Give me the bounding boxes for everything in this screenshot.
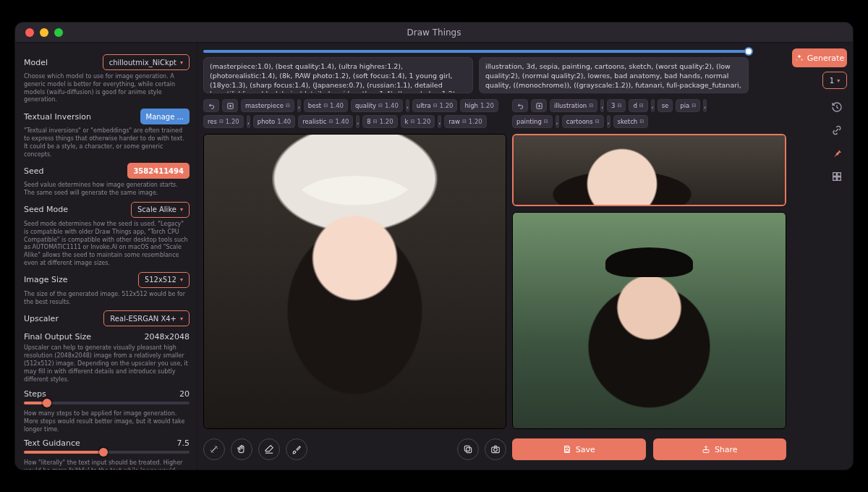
thumbnail-image	[514, 135, 785, 205]
remove-chip-icon[interactable]: ⊟	[589, 103, 593, 109]
upscaler-value: Real-ESRGAN X4+	[110, 315, 176, 323]
remove-chip-icon[interactable]: ⊟	[639, 103, 644, 109]
prompt-chip[interactable]: realistic⊟1.40	[298, 115, 353, 128]
canvas-image[interactable]	[203, 134, 506, 429]
prompt-chip[interactable]: photo1.40	[253, 115, 295, 128]
prompt-chip[interactable]: painting⊟	[512, 115, 553, 128]
remove-chip-icon[interactable]: ⊟	[329, 119, 333, 124]
undo-chip-button[interactable]	[512, 99, 528, 112]
prompt-chip[interactable]: se	[658, 99, 673, 112]
prompt-chip[interactable]: k⊟1.20	[401, 115, 435, 128]
seed-mode-value: Scale Alike	[137, 205, 176, 213]
textual-inversion-label: Textual Inversion	[24, 112, 91, 122]
link-tool-icon[interactable]	[829, 122, 845, 138]
remove-chip-icon[interactable]: ⊟	[595, 119, 600, 124]
remove-chip-icon[interactable]: ⊟	[544, 119, 548, 124]
wand-tool-button[interactable]	[203, 438, 225, 460]
svg-rect-13	[833, 177, 837, 181]
negative-token-chips: illustration⊟,3⊟d⊟,sepia⊟,painting⊟,cart…	[512, 99, 815, 128]
steps-label: Steps	[24, 389, 46, 399]
history-thumbnail-selected[interactable]	[512, 134, 786, 206]
reference-image[interactable]	[512, 212, 786, 429]
model-help: Choose which model to use for image gene…	[24, 73, 190, 104]
generate-button[interactable]: Generate	[792, 48, 847, 67]
batch-count-select[interactable]: 1 ▾	[822, 72, 847, 89]
remove-chip-icon[interactable]: ⊟	[692, 103, 696, 109]
svg-point-8	[494, 448, 498, 451]
prompt-chip[interactable]: high1.20	[460, 99, 498, 112]
svg-rect-9	[566, 450, 569, 452]
text-guidance-slider[interactable]	[24, 451, 190, 454]
manage-textual-inversion-button[interactable]: Manage ...	[140, 109, 190, 124]
prompt-chip[interactable]: best⊟1.40	[304, 99, 348, 112]
image-size-select[interactable]: 512x512 ▾	[138, 272, 190, 288]
prompt-chip[interactable]: sketch⊟	[613, 115, 649, 128]
remove-chip-icon[interactable]: ⊟	[323, 103, 328, 109]
prompt-chip[interactable]: res⊟1.20	[203, 115, 244, 128]
share-label: Share	[715, 445, 738, 454]
upscaler-label: Upscaler	[24, 314, 59, 323]
text-guidance-help: How "literally" the text input should be…	[24, 459, 190, 470]
prompt-chip[interactable]: illustration⊟	[550, 99, 597, 112]
app-window: Draw Things Model chilloutmix_NiCkpt ▾ C…	[14, 22, 854, 470]
seed-mode-select[interactable]: Scale Alike ▾	[131, 202, 190, 218]
brush-tool-button[interactable]	[286, 438, 307, 460]
pin-tool-icon[interactable]	[829, 145, 845, 161]
sparkle-icon	[795, 54, 804, 62]
camera-button[interactable]	[485, 438, 506, 460]
share-button[interactable]: Share	[653, 438, 787, 460]
generate-label: Generate	[807, 54, 844, 63]
remove-chip-icon[interactable]: ⊟	[639, 119, 644, 124]
final-output-help: Upscaler can help to generate visually p…	[24, 344, 190, 383]
remove-chip-icon[interactable]: ⊟	[618, 103, 622, 109]
image-size-label: Image Size	[24, 275, 68, 284]
remove-chip-icon[interactable]: ⊟	[378, 103, 383, 109]
prompt-chip[interactable]: 3⊟	[607, 99, 626, 112]
copy-button[interactable]	[457, 438, 479, 460]
steps-slider[interactable]	[24, 402, 190, 404]
remove-chip-icon[interactable]: ⊟	[219, 119, 224, 124]
seed-mode-label: Seed Mode	[24, 205, 68, 214]
prompt-chip[interactable]: 8⊟1.20	[362, 115, 397, 128]
prompt-chip[interactable]: masterpiece⊟	[241, 99, 294, 112]
seed-help: Seed value determines how image generati…	[24, 182, 190, 198]
model-select[interactable]: chilloutmix_NiCkpt ▾	[103, 54, 190, 70]
save-button[interactable]: Save	[512, 438, 646, 460]
chevron-down-icon: ▾	[180, 59, 183, 66]
remove-chip-icon[interactable]: ⊟	[433, 103, 438, 109]
svg-rect-5	[467, 448, 472, 453]
seed-label: Seed	[24, 166, 44, 176]
negative-prompt-input[interactable]: illustration, 3d, sepia, painting, carto…	[479, 57, 749, 93]
remove-chip-icon[interactable]: ⊟	[286, 103, 290, 109]
progress-slider[interactable]	[203, 50, 749, 53]
grid-tool-icon[interactable]	[829, 169, 845, 184]
chip-separator: ,	[438, 115, 441, 128]
seed-input[interactable]: 3582411494	[127, 163, 190, 179]
svg-rect-11	[833, 173, 837, 177]
prompt-chip[interactable]: ultra⊟1.20	[412, 99, 458, 112]
positive-prompt-input[interactable]: (masterpiece:1.0), (best quality:1.4), (…	[203, 57, 473, 93]
undo-chip-button[interactable]	[203, 99, 219, 112]
prompt-chip[interactable]: pia⊟	[676, 99, 700, 112]
insert-chip-button[interactable]	[531, 99, 547, 112]
prompt-chip[interactable]: cartoons⊟	[562, 115, 604, 128]
chevron-down-icon: ▾	[180, 206, 183, 213]
prompt-chip[interactable]: raw⊟1.20	[444, 115, 486, 128]
eraser-tool-button[interactable]	[258, 438, 280, 460]
prompt-chip[interactable]: quality⊟1.40	[351, 99, 403, 112]
image-size-value: 512x512	[145, 276, 176, 284]
text-guidance-value: 7.5	[177, 438, 190, 448]
chevron-down-icon: ▾	[837, 77, 840, 84]
model-value: chilloutmix_NiCkpt	[109, 59, 176, 67]
remove-chip-icon[interactable]: ⊟	[411, 119, 415, 124]
remove-chip-icon[interactable]: ⊟	[462, 119, 467, 124]
hand-tool-button[interactable]	[231, 438, 252, 460]
remove-chip-icon[interactable]: ⊟	[373, 119, 378, 124]
insert-chip-button[interactable]	[222, 99, 238, 112]
upscaler-select[interactable]: Real-ESRGAN X4+ ▾	[103, 310, 190, 326]
history-tool-icon[interactable]	[829, 99, 845, 115]
prompt-chip[interactable]: d⊟	[629, 99, 647, 112]
titlebar: Draw Things	[15, 22, 853, 43]
generated-image-preview	[204, 135, 506, 428]
chip-separator: ,	[356, 115, 359, 128]
